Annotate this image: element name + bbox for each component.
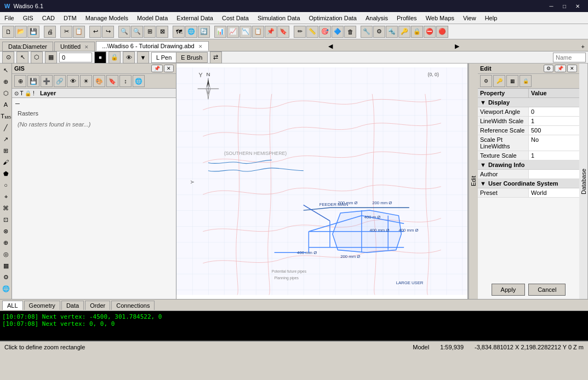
tool-measure[interactable]: T₁₂₅ [1, 111, 12, 122]
map-area[interactable]: N Y (SOUTHERN HEMISPHERE) [176, 64, 468, 299]
edit-btn3[interactable]: 🎯 [319, 26, 331, 38]
gis-link-btn[interactable]: 🔗 [54, 75, 66, 87]
edit-btn4[interactable]: 🔷 [332, 26, 344, 38]
settings-btn7[interactable]: 🔴 [436, 26, 448, 38]
data-btn1[interactable]: 📊 [214, 26, 226, 38]
close-button[interactable]: ✕ [572, 0, 584, 12]
tool-pipe[interactable]: ⌖ [1, 191, 12, 202]
tool-line[interactable]: ╱ [1, 122, 12, 133]
redo-button[interactable]: ↪ [102, 26, 114, 38]
edit-side-label[interactable]: Edit [469, 64, 478, 299]
data-btn5[interactable]: 📌 [265, 26, 277, 38]
gis-add2-btn[interactable]: ➕ [41, 75, 53, 87]
tool-text[interactable]: A [1, 99, 12, 110]
tab-order[interactable]: Order [85, 301, 110, 310]
menu-item-optimization-data[interactable]: Optimization Data [305, 12, 361, 24]
gis-eye-btn[interactable]: 👁 [67, 75, 79, 87]
tab-data[interactable]: Data [61, 301, 84, 310]
map-button2[interactable]: 🌐 [185, 26, 197, 38]
tool-select[interactable]: ↖ [1, 65, 12, 76]
settings-btn3[interactable]: 🔩 [386, 26, 398, 38]
zoom-rect-button[interactable]: ⊠ [156, 26, 168, 38]
tab-tutorial[interactable]: ...\Wadiso 6 - Tutorial Drawing.abd ✕ [96, 41, 208, 51]
tool-valve[interactable]: ⌘ [1, 203, 12, 214]
tool-snap[interactable]: ⊞ [1, 145, 12, 156]
layer-visible-icon[interactable]: 👁 [123, 51, 135, 64]
tab-close-icon[interactable]: ✕ [198, 44, 203, 49]
gis-sun-btn[interactable]: ☀ [80, 75, 92, 87]
layer-color-swatch[interactable]: ■ [94, 51, 106, 64]
menu-item-file[interactable]: File [0, 12, 19, 24]
settings-btn6[interactable]: ⛔ [424, 26, 436, 38]
settings-btn5[interactable]: 🔒 [411, 26, 423, 38]
name-input[interactable] [553, 53, 586, 62]
layer-select-icon[interactable]: ↖ [16, 51, 28, 64]
edit-btn2[interactable]: 📏 [306, 26, 318, 38]
layer-layers-icon[interactable]: ▦ [45, 51, 57, 64]
cancel-button[interactable]: Cancel [528, 284, 566, 296]
tab-add-button[interactable]: + [578, 42, 588, 51]
save-button[interactable]: 💾 [27, 26, 39, 38]
menu-item-view[interactable]: View [459, 12, 481, 24]
gis-pin-button[interactable]: 📌 [151, 65, 163, 72]
gis-globe-btn[interactable]: 🌐 [133, 75, 145, 87]
tab-connections[interactable]: Connections [111, 301, 155, 310]
menu-item-help[interactable]: Help [481, 12, 502, 24]
menu-item-model-data[interactable]: Model Data [133, 12, 172, 24]
data-btn2[interactable]: 📈 [227, 26, 239, 38]
zoom-in-button[interactable]: 🔍 [118, 26, 130, 38]
tool-node[interactable]: ⊕ [1, 76, 12, 87]
undo-button[interactable]: ↩ [89, 26, 101, 38]
gis-tag-btn[interactable]: 🔖 [106, 75, 118, 87]
menu-item-cad[interactable]: CAD [38, 12, 59, 24]
tab-untitled[interactable]: Untitled ✕ [54, 42, 95, 51]
tool-circle[interactable]: ○ [1, 180, 12, 191]
section-drawing-info[interactable]: ▼ Drawing Info [478, 160, 579, 170]
menu-item-simulation-data[interactable]: Simulation Data [253, 12, 305, 24]
layer-poly-icon[interactable]: ⬡ [31, 51, 43, 64]
tab-scroll-right[interactable]: ▶ [452, 42, 463, 51]
layer-dropdown-icon[interactable]: ▼ [137, 51, 149, 64]
minimize-button[interactable]: ─ [545, 0, 557, 12]
settings-btn1[interactable]: 🔧 [361, 26, 373, 38]
data-btn6[interactable]: 🔖 [277, 26, 289, 38]
settings-btn4[interactable]: 🔑 [398, 26, 410, 38]
settings-btn2[interactable]: ⚙ [373, 26, 385, 38]
menu-item-external-data[interactable]: External Data [172, 12, 218, 24]
tab-geometry[interactable]: Geometry [24, 301, 60, 310]
menu-item-cost-data[interactable]: Cost Data [218, 12, 253, 24]
open-button[interactable]: 📂 [15, 26, 27, 38]
edit-settings-button[interactable]: ⚙ [544, 65, 553, 72]
edit-tool1[interactable]: ⚙ [480, 75, 492, 87]
delete-button[interactable]: 🗑 [344, 26, 356, 38]
map-canvas[interactable]: N Y (SOUTHERN HEMISPHERE) [176, 64, 467, 299]
map-button1[interactable]: 🗺 [173, 26, 185, 38]
menu-item-profiles[interactable]: Profiles [392, 12, 421, 24]
tool-arrow[interactable]: ↗ [1, 134, 12, 145]
menu-item-analysis[interactable]: Analysis [361, 12, 392, 24]
gis-color-btn[interactable]: 🎨 [93, 75, 105, 87]
tool-pump[interactable]: ⊗ [1, 226, 12, 237]
layer-settings-icon[interactable]: ⊙ [2, 51, 14, 64]
tab-diameter[interactable]: Data:Diameter [2, 42, 53, 51]
tool-polygon[interactable]: ⬡ [1, 88, 12, 99]
menu-item-web-maps[interactable]: Web Maps [421, 12, 459, 24]
tab-all[interactable]: ALL [2, 301, 23, 310]
tool-fill[interactable]: ⬟ [1, 168, 12, 179]
tool-reservoir[interactable]: ◎ [1, 249, 12, 260]
edit-pin-button[interactable]: 📌 [555, 65, 566, 72]
section-ucs[interactable]: ▼ User Coordinate System [478, 179, 579, 188]
tool-paint[interactable]: 🖌 [1, 157, 12, 168]
cut-button[interactable]: ✂ [60, 26, 72, 38]
menu-item-manage-models[interactable]: Manage Models [81, 12, 133, 24]
menu-item-gis[interactable]: GIS [19, 12, 38, 24]
refresh-button[interactable]: 🔄 [198, 26, 210, 38]
copy-button[interactable]: 📋 [73, 26, 85, 38]
pen-button[interactable]: L Pen [152, 53, 176, 62]
brush-button[interactable]: E Brush [176, 53, 207, 62]
print-button[interactable]: 🖨 [44, 26, 56, 38]
database-tab[interactable]: Database [579, 64, 588, 299]
section-display[interactable]: ▼ Display [478, 98, 579, 107]
tool-network[interactable]: ⚙ [1, 272, 12, 283]
menu-item-dtm[interactable]: DTM [59, 12, 81, 24]
